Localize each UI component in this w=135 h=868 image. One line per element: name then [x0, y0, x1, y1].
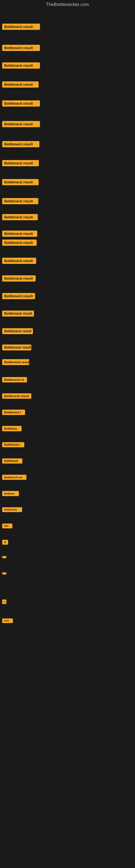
- bottleneck-badge-6[interactable]: Bottleneck result: [2, 121, 40, 127]
- bottleneck-badge-7[interactable]: Bottleneck result: [2, 141, 39, 147]
- bottleneck-badge-24[interactable]: Bottlenec: [2, 426, 21, 431]
- bottleneck-badge-25[interactable]: Bottleneck r: [2, 442, 24, 447]
- bottleneck-badge-10[interactable]: Bottleneck result: [2, 198, 38, 204]
- bottleneck-badge-23[interactable]: Bottleneck r: [2, 410, 25, 415]
- bottleneck-badge-2[interactable]: Bottleneck result: [2, 45, 40, 51]
- bottleneck-badge-33[interactable]: [2, 572, 6, 575]
- bottleneck-badge-9[interactable]: Bottleneck result: [2, 179, 39, 185]
- bottleneck-badge-29[interactable]: Bottleneck: [2, 507, 22, 512]
- bottleneck-badge-15[interactable]: Bottleneck result: [2, 275, 36, 282]
- bottleneck-badge-12[interactable]: Bottleneck result: [2, 230, 37, 237]
- bottleneck-badge-20[interactable]: Bottleneck result: [2, 359, 29, 365]
- bottleneck-badge-14[interactable]: Bottleneck result: [2, 258, 36, 264]
- bottleneck-badge-22[interactable]: Bottleneck result: [2, 393, 31, 399]
- bottleneck-badge-17[interactable]: Bottleneck result: [2, 311, 34, 316]
- bottleneck-badge-27[interactable]: Bottleneck res: [2, 475, 27, 480]
- bottleneck-badge-31[interactable]: B: [2, 540, 8, 545]
- bottleneck-badge-18[interactable]: Bottleneck result: [2, 328, 33, 334]
- bottleneck-badge-8[interactable]: Bottleneck result: [2, 160, 39, 166]
- bottleneck-badge-35[interactable]: Bottl: [2, 618, 13, 623]
- bottleneck-badge-13[interactable]: Bottleneck result: [2, 240, 37, 246]
- bottleneck-badge-5[interactable]: Bottleneck result: [2, 100, 40, 106]
- bottleneck-badge-1[interactable]: Bottleneck result: [2, 24, 40, 30]
- bottleneck-badge-21[interactable]: Bottleneck re: [2, 377, 27, 382]
- bottleneck-badge-3[interactable]: Bottleneck result: [2, 62, 40, 69]
- bottleneck-badge-34[interactable]: E: [2, 599, 6, 604]
- bottleneck-badge-16[interactable]: Bottleneck result: [2, 293, 35, 299]
- bottleneck-badge-4[interactable]: Bottleneck result: [2, 82, 39, 88]
- site-title-bar: TheBottlenecker.com: [0, 0, 135, 8]
- bottleneck-badge-32[interactable]: [2, 556, 6, 558]
- bottleneck-badge-30[interactable]: Bot: [2, 524, 12, 528]
- bottleneck-badge-28[interactable]: Bottlens: [2, 491, 19, 496]
- badges-container: Bottleneck resultBottleneck resultBottle…: [0, 8, 135, 868]
- site-title: TheBottlenecker.com: [0, 0, 135, 8]
- bottleneck-badge-26[interactable]: Bottleneck: [2, 458, 22, 464]
- bottleneck-badge-19[interactable]: Bottleneck result: [2, 344, 31, 350]
- bottleneck-badge-11[interactable]: Bottleneck result: [2, 214, 38, 220]
